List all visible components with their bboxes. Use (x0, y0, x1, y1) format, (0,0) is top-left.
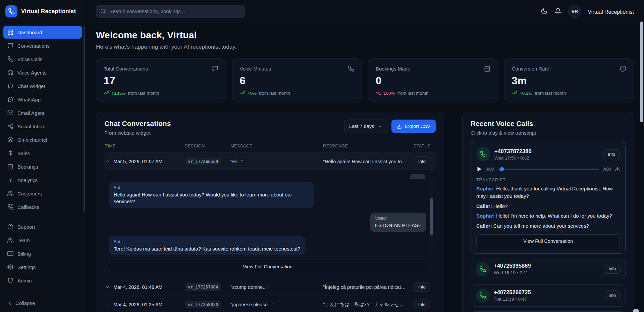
call-meta: Wed 16:10 • 2:11 (494, 270, 531, 275)
main-content: Welcome back, Virtual Here's what's happ… (85, 23, 644, 312)
stat-icon (212, 65, 218, 72)
seek-slider-thumb[interactable] (500, 167, 504, 171)
sidebar-scrollbar[interactable] (84, 26, 85, 213)
chevron-up-icon (105, 159, 110, 164)
search-bar[interactable] (96, 5, 245, 18)
conversation-row[interactable]: Mar 4, 2026, 01:25 AM vr_177258030 "japa… (104, 296, 436, 312)
stat-delta-value: +183% (111, 91, 125, 96)
call-info-button[interactable]: Info (604, 264, 621, 274)
sidebar-item-label: Settings (17, 264, 36, 270)
sidebar-item[interactable]: Email Agent (3, 106, 82, 119)
sidebar-item[interactable]: Sales (3, 147, 82, 160)
chat-panel-title: Chat Conversations (104, 120, 171, 128)
stat-card: Total Conversations 17 +183% from last m… (96, 58, 226, 102)
sidebar-item[interactable]: Bookings (3, 160, 82, 173)
stat-card: Conversion Rate 3m +0.3% from last month (504, 58, 634, 102)
column-header-message: MESSAGE (230, 144, 323, 148)
sidebar-item-label: Email Agent (17, 110, 44, 116)
download-icon (397, 124, 402, 129)
sidebar-item-icon (7, 83, 13, 89)
sidebar-item[interactable]: Billing (3, 247, 82, 260)
sidebar-item[interactable]: WhatsApp (3, 93, 82, 106)
message-sender: Bot (114, 185, 309, 190)
sidebar-item-icon (7, 96, 13, 102)
conversation-row[interactable]: Mar 4, 2026, 01:49 AM vr_177257604 "scum… (104, 278, 436, 296)
chat-panel-subtitle: From website widget (104, 130, 171, 136)
table-header: TIME SESSION MESSAGE RESPONSE STATUS (104, 144, 436, 153)
sidebar-item-icon (7, 224, 13, 230)
download-recording-icon[interactable] (615, 167, 620, 172)
sidebar-item-label: Sales (17, 150, 30, 156)
sidebar-item[interactable]: Settings (3, 261, 82, 273)
notifications-bell-icon[interactable] (554, 8, 561, 15)
sidebar-collapse-button[interactable]: Collapse (0, 296, 85, 312)
sidebar-item-label: Team (17, 237, 30, 243)
transcript-speaker: Caller: (476, 223, 492, 229)
info-button[interactable]: Info (414, 282, 430, 292)
sidebar-item[interactable]: Team (3, 234, 82, 247)
transcript-line: Caller: Can you tell me more about your … (476, 222, 620, 230)
seek-slider[interactable] (498, 169, 599, 170)
export-csv-button[interactable]: Export CSV (391, 120, 436, 133)
sidebar-item-label: Customers (17, 191, 42, 196)
sidebar-item[interactable]: Admin (3, 274, 82, 287)
sidebar-item[interactable]: Chat Widget (3, 80, 82, 92)
page-scrollbar-thumb[interactable] (640, 21, 643, 122)
search-icon (100, 8, 106, 14)
sidebar-item[interactable]: Conversations (3, 39, 82, 52)
call-meta: Tue 12:39 • 0:47 (494, 297, 531, 302)
search-input[interactable] (109, 8, 240, 14)
collapse-label: Collapse (15, 300, 35, 306)
sidebar-item[interactable]: Social Inbox (3, 120, 82, 133)
sidebar-item-icon (7, 251, 13, 257)
info-button[interactable]: Info (414, 157, 430, 166)
voice-call-card[interactable]: +40725395869 Wed 16:10 • 2:11 Info (471, 258, 626, 280)
call-info-button[interactable]: Info (603, 149, 620, 159)
message-text: Tere! Kuidas ma saan teid täna aidata? K… (114, 246, 300, 252)
conversation-message: "japanese please..." (230, 302, 323, 307)
sidebar-item-icon (7, 110, 13, 116)
transcript-line: Sophie: Hello! I'm here to help. What ca… (476, 212, 620, 220)
view-full-conversation-button[interactable]: View Full Conversation (109, 260, 426, 273)
sidebar-item-label: Omnichannel (17, 137, 47, 143)
info-button[interactable]: Info (414, 300, 430, 309)
stat-delta: 100% from last month (376, 90, 490, 96)
chat-scrollbar-track[interactable] (430, 173, 433, 254)
sidebar-item-icon (7, 43, 13, 49)
theme-toggle-moon-icon[interactable] (541, 8, 548, 15)
session-id-badge: vr_177257604 (185, 283, 221, 291)
sidebar-item-icon (7, 150, 13, 156)
chat-scrollbar-thumb[interactable] (430, 198, 433, 235)
chat-conversations-panel: Chat Conversations From website widget L… (96, 112, 444, 312)
phone-call-icon (476, 262, 490, 276)
call-info-button[interactable]: Info (604, 291, 621, 300)
sidebar-item-label: Callbacks (17, 204, 39, 210)
transcript-speaker: Sophie: (476, 186, 495, 191)
voice-call-card[interactable]: +40725260725 Tue 12:39 • 0:47 Info (471, 284, 626, 307)
sidebar-item[interactable]: Customers (3, 187, 82, 200)
sidebar-item[interactable]: Dashboard (3, 26, 82, 39)
chevron-left-icon (7, 301, 12, 306)
sidebar-item[interactable]: Callbacks (3, 200, 82, 213)
conversation-row-expanded[interactable]: Mar 5, 2026, 01:07 AM vr_177266559 "Hi..… (104, 153, 436, 170)
chat-message-bubble: Visitor ESTONIAN PLEASE (370, 213, 426, 232)
sidebar-item[interactable]: Voice Agents (3, 66, 82, 79)
transcript-speaker: Caller: (476, 203, 492, 209)
transcript-text: Hello? (493, 203, 508, 209)
trend-icon (512, 90, 517, 96)
conversation-message: "scump domne..." (230, 284, 323, 290)
player-remaining: 0:00 (603, 167, 611, 172)
date-range-select[interactable]: Last 7 days (344, 120, 387, 133)
sidebar-item[interactable]: Omnichannel (3, 133, 82, 146)
call-number: +40725395869 (494, 263, 531, 269)
sidebar-item[interactable]: Support (3, 220, 82, 233)
play-button[interactable] (476, 166, 482, 172)
sidebar-item[interactable]: Analytics (3, 174, 82, 186)
sidebar-item-icon (7, 164, 13, 170)
voice-call-card-expanded[interactable]: +40737872380 Wed 17:50 • 0:32 Info 0:00 … (471, 142, 626, 254)
view-full-conversation-button[interactable]: View Full Conversation (476, 234, 620, 248)
user-avatar[interactable]: VR (568, 5, 581, 18)
sidebar-item-label: Social Inbox (17, 124, 45, 129)
sidebar-item[interactable]: Voice Calls (3, 53, 82, 65)
sidebar-item-icon (7, 177, 13, 183)
